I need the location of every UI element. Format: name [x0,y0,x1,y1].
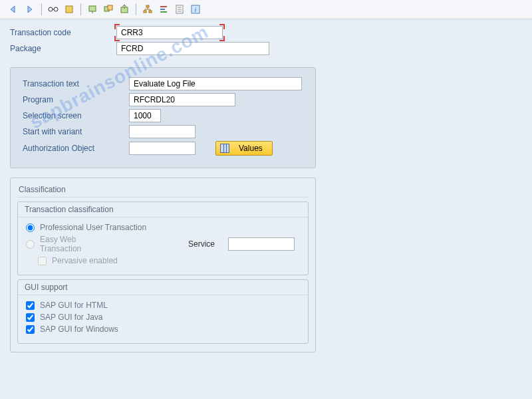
details-group: Transaction text Program Selection scree… [10,67,316,168]
svg-point-0 [49,7,53,11]
classification-title: Classification [17,184,309,198]
input-package[interactable] [116,42,269,55]
label-transaction-code: Transaction code [10,28,116,37]
values-button[interactable]: Values [215,141,273,156]
row-transaction-code: Transaction code [10,26,522,39]
document-icon[interactable] [172,3,187,16]
table-icon [220,144,229,153]
gui-title: GUI support [18,280,308,295]
svg-rect-4 [89,6,96,11]
info-icon[interactable]: i [188,3,203,16]
align-icon[interactable] [156,3,171,16]
check-gui-html[interactable]: SAP GUI for HTML [26,301,300,310]
tree-open-icon[interactable] [85,3,100,16]
check-gui-java[interactable]: SAP GUI for Java [26,313,300,322]
label-transaction-text: Transaction text [23,79,129,88]
check-gui-windows[interactable]: SAP GUI for Windows [26,325,300,334]
glasses-icon[interactable] [46,3,61,16]
check-pervasive-input [38,257,47,265]
svg-point-1 [54,7,58,11]
back-icon[interactable] [7,3,21,16]
hierarchy-icon[interactable] [140,3,155,16]
label-selection-screen: Selection screen [23,111,129,120]
main-content: Transaction code Package Transaction tex… [0,19,532,359]
label-program: Program [23,95,129,104]
check-pervasive: Pervasive enabled [38,256,300,265]
input-transaction-text[interactable] [129,77,302,90]
label-package: Package [10,44,116,53]
row-package: Package [10,42,522,55]
label-start-variant: Start with variant [23,127,129,136]
transaction-classification-group: Transaction classification Professional … [17,201,309,275]
label-auth-object: Authorization Object [23,144,129,153]
radio-professional-input[interactable] [26,223,35,232]
svg-rect-6 [108,5,112,10]
svg-rect-3 [66,6,72,13]
gui-support-group: GUI support SAP GUI for HTML SAP GUI for… [17,279,309,344]
check-gui-windows-input[interactable] [26,325,35,334]
execute-icon[interactable] [62,3,76,16]
input-auth-object[interactable] [129,142,196,155]
input-program[interactable] [129,93,235,106]
svg-rect-9 [144,11,146,13]
radio-easyweb-input [26,240,35,249]
input-start-variant[interactable] [129,125,196,138]
forward-icon[interactable] [23,3,37,16]
svg-rect-8 [146,5,149,7]
input-transaction-code[interactable] [116,26,223,39]
tree-copy-icon[interactable] [101,3,116,16]
tree-export-icon[interactable] [117,3,132,16]
app-toolbar: i [0,0,532,19]
input-service[interactable] [228,237,295,251]
radio-easyweb-row: Easy Web Transaction Service [26,235,300,253]
label-service: Service [188,239,215,249]
input-selection-screen[interactable] [129,109,161,122]
check-gui-html-input[interactable] [26,301,35,310]
radio-professional[interactable]: Professional User Transaction [26,223,300,232]
check-gui-java-input[interactable] [26,313,35,322]
svg-text:i: i [195,6,197,13]
svg-rect-10 [149,11,152,13]
tc-title: Transaction classification [18,202,308,217]
classification-section: Classification Transaction classificatio… [10,178,316,352]
